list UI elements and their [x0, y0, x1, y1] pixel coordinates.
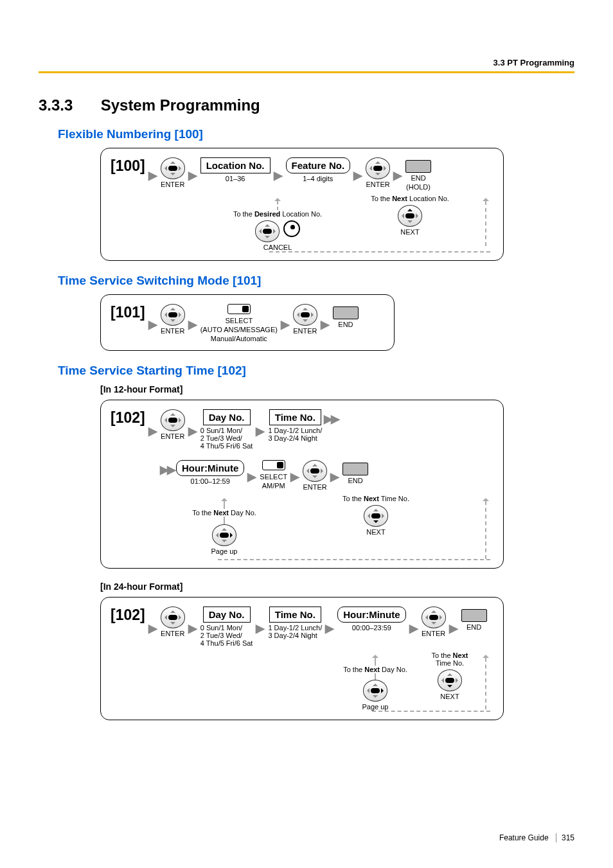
diagram-101: [101] ▶ ENTER ▶ SELECT (AUTO ANS/MESSAGE…: [100, 294, 395, 351]
arrow-icon: ▶: [187, 317, 199, 332]
end-button-icon: [333, 306, 359, 319]
enter-label: ENTER: [303, 483, 326, 491]
pageup-label: Page up: [173, 547, 276, 555]
enter-key-icon: [161, 409, 185, 431]
enter-label: ENTER: [161, 181, 184, 188]
heading-101[interactable]: Time Service Switching Mode [101]: [58, 274, 574, 288]
arrow-icon: ▶: [187, 621, 199, 635]
time-no-box: Time No.: [269, 409, 321, 425]
enter-key-icon: [161, 304, 185, 326]
arrow-icon: ▶: [289, 470, 301, 484]
select-label: SELECT: [225, 317, 253, 324]
to-next-time-note: To the Next Time No.: [276, 495, 476, 502]
hour-minute-box: Hour:Minute: [337, 607, 405, 623]
to-desired-location-note: To the Desired Location No.: [211, 210, 344, 218]
cancel-label: CANCEL: [211, 244, 344, 251]
location-no-box: Location No.: [200, 157, 271, 173]
select-sub-label: (AUTO ANS/MESSAGE): [200, 326, 278, 333]
day-no-box: Day No.: [203, 409, 251, 425]
arrow-icon: ▶: [448, 621, 459, 635]
arrow-icon: ▶: [187, 424, 199, 438]
to-next-location-note: To the Next Location No.: [344, 195, 476, 202]
arrow-icon: ▶: [254, 424, 266, 438]
arrow-icon: ▶: [246, 470, 258, 484]
heading-102[interactable]: Time Service Starting Time [102]: [58, 364, 574, 378]
end-hold-button-icon: [405, 160, 431, 173]
pageup-label: Page up: [327, 703, 423, 711]
connector-up-icon: [483, 195, 489, 201]
connector-up-icon: [483, 495, 489, 501]
enter-label: ENTER: [161, 432, 184, 440]
jog-dial-icon: [283, 220, 300, 237]
code-102b: [102]: [111, 607, 145, 624]
section-heading: 3.3.3 System Programming: [39, 96, 574, 114]
to-next-day-note: To the Next Day No.: [327, 666, 423, 673]
next-label: NEXT: [423, 693, 476, 700]
arrow-icon: ▶: [408, 621, 420, 635]
to-next-time-note: To the Next Time No.: [423, 651, 476, 667]
next-label: NEXT: [344, 228, 476, 236]
arrow-icon: ▶: [254, 621, 266, 635]
end-label: END: [411, 174, 425, 182]
arrow-icon: ▶: [319, 317, 331, 332]
end-label: END: [338, 321, 353, 328]
pageup-nav-key-icon: [363, 680, 387, 702]
day-options: 0 Sun/1 Mon/2 Tue/3 Wed/4 Thu/5 Fri/6 Sa…: [200, 624, 253, 647]
arrow-icon: ▶: [187, 168, 199, 182]
double-arrow-icon: ▶▶: [324, 412, 338, 426]
enter-label: ENTER: [366, 181, 389, 188]
arrow-icon: ▶: [147, 317, 159, 332]
ampm-label: AM/PM: [262, 482, 285, 490]
heading-100[interactable]: Flexible Numbering [100]: [58, 127, 574, 141]
day-no-box: Day No.: [203, 607, 251, 623]
diagram-102-12h: [102] ▶ ENTER ▶ Day No. 0 Sun/1 Mon/2 Tu…: [100, 400, 504, 569]
next-nav-key-icon: [398, 205, 422, 227]
code-101: [101]: [111, 304, 145, 321]
next-nav-key-icon: [364, 505, 388, 527]
code-100: [100]: [111, 157, 145, 175]
connector-up-icon: [221, 495, 227, 501]
hold-label: (HOLD): [406, 183, 431, 191]
enter-key-icon: [422, 607, 446, 628]
enter-label: ENTER: [161, 327, 184, 335]
enter-key-icon: [366, 157, 390, 179]
footer-page: 315: [562, 833, 574, 842]
enter-key-icon: [161, 157, 185, 179]
arrow-icon: ▶: [272, 168, 284, 182]
section-number: 3.3.3: [39, 96, 96, 114]
arrow-icon: ▶: [392, 168, 404, 182]
enter-label: ENTER: [161, 630, 184, 637]
format-12h-label: [In 12-hour Format]: [100, 384, 574, 394]
format-24h-label: [In 24-hour Format]: [100, 581, 574, 592]
diagram-100: [100] ▶ ENTER ▶ Location No. 01–36 ▶ Fea…: [100, 148, 504, 261]
select-label: SELECT: [260, 473, 287, 481]
diagram-102-24h: [102] ▶ ENTER ▶ Day No. 0 Sun/1 Mon/2 Tu…: [100, 597, 504, 720]
arrow-icon: ▶: [147, 168, 159, 182]
time-options: 1 Day-1/2 Lunch/3 Day-2/4 Night: [268, 624, 322, 639]
time-no-box: Time No.: [269, 607, 321, 623]
page-footer: Feature Guide 315: [499, 833, 574, 842]
connector-up-icon: [372, 651, 378, 658]
arrow-icon: ▶: [329, 470, 341, 484]
to-next-day-note: To the Next Day No.: [173, 509, 276, 517]
connector-up-icon: [274, 195, 281, 201]
arrow-icon: ▶: [147, 424, 159, 438]
arrow-icon: ▶: [352, 168, 364, 182]
pageup-nav-key-icon: [212, 524, 236, 546]
select-button-icon: [262, 460, 285, 470]
footer-guide: Feature Guide: [499, 833, 549, 842]
breadcrumb: 3.3 PT Programming: [493, 58, 574, 67]
next-label: NEXT: [276, 528, 476, 536]
page-header: 3.3 PT Programming: [39, 58, 574, 73]
end-label: END: [466, 623, 481, 631]
hour-range-12: 01:00–12:59: [191, 477, 230, 485]
arrow-icon: ▶: [324, 621, 335, 635]
nav-key-icon: [255, 220, 280, 242]
select-button-icon: [227, 304, 251, 314]
dashed-return-line: [372, 711, 490, 712]
hour-range-24: 00:00–23:59: [352, 624, 391, 632]
code-102: [102]: [111, 409, 145, 427]
location-range: 01–36: [226, 175, 245, 182]
arrow-icon: ▶: [147, 621, 159, 635]
end-button-icon: [461, 609, 487, 622]
